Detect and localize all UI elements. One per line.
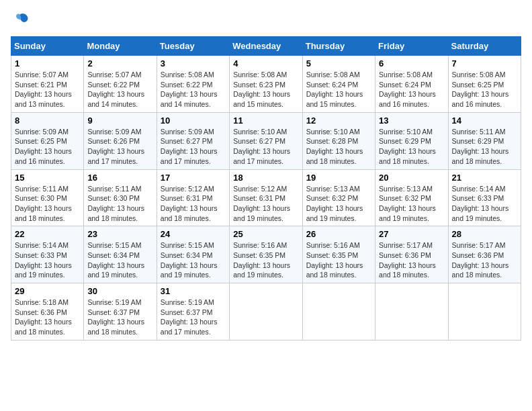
calendar-day-cell: 21Sunrise: 5:14 AMSunset: 6:33 PMDayligh… — [448, 169, 521, 226]
day-info: Sunrise: 5:11 AMSunset: 6:30 PMDaylight:… — [87, 184, 152, 224]
day-number: 11 — [233, 116, 298, 126]
calendar-day-cell: 11Sunrise: 5:10 AMSunset: 6:27 PMDayligh… — [230, 112, 302, 169]
day-number: 28 — [452, 229, 517, 239]
calendar-day-cell: 23Sunrise: 5:15 AMSunset: 6:34 PMDayligh… — [84, 226, 157, 283]
day-number: 2 — [87, 58, 152, 68]
day-number: 26 — [306, 229, 371, 239]
day-info: Sunrise: 5:11 AMSunset: 6:30 PMDaylight:… — [15, 184, 80, 224]
day-number: 27 — [379, 229, 444, 239]
day-number: 25 — [233, 229, 298, 239]
calendar-day-cell: 27Sunrise: 5:17 AMSunset: 6:36 PMDayligh… — [375, 226, 448, 283]
calendar-day-cell: 22Sunrise: 5:14 AMSunset: 6:33 PMDayligh… — [11, 226, 84, 283]
day-number: 21 — [452, 173, 517, 183]
day-info: Sunrise: 5:08 AMSunset: 6:24 PMDaylight:… — [379, 70, 444, 109]
calendar-day-cell: 8Sunrise: 5:09 AMSunset: 6:25 PMDaylight… — [11, 112, 84, 169]
calendar-day-cell: 17Sunrise: 5:12 AMSunset: 6:31 PMDayligh… — [157, 169, 229, 226]
day-number: 8 — [15, 116, 80, 126]
calendar-table: SundayMondayTuesdayWednesdayThursdayFrid… — [11, 36, 521, 340]
day-number: 24 — [161, 229, 226, 239]
calendar-week-row: 15Sunrise: 5:11 AMSunset: 6:30 PMDayligh… — [11, 169, 521, 226]
day-number: 6 — [379, 58, 444, 68]
day-number: 19 — [306, 173, 371, 183]
day-number: 23 — [87, 229, 152, 239]
weekday-header: Friday — [375, 37, 448, 56]
day-number: 17 — [161, 173, 226, 183]
calendar-week-row: 1Sunrise: 5:07 AMSunset: 6:21 PMDaylight… — [11, 56, 521, 113]
calendar-day-cell: 4Sunrise: 5:08 AMSunset: 6:23 PMDaylight… — [230, 56, 302, 113]
day-info: Sunrise: 5:18 AMSunset: 6:36 PMDaylight:… — [15, 298, 80, 337]
calendar-day-cell: 13Sunrise: 5:10 AMSunset: 6:29 PMDayligh… — [375, 112, 448, 169]
calendar-day-cell — [448, 283, 521, 340]
calendar-day-cell: 9Sunrise: 5:09 AMSunset: 6:26 PMDaylight… — [84, 112, 157, 169]
calendar-week-row: 22Sunrise: 5:14 AMSunset: 6:33 PMDayligh… — [11, 226, 521, 283]
calendar-day-cell: 6Sunrise: 5:08 AMSunset: 6:24 PMDaylight… — [375, 56, 448, 113]
day-info: Sunrise: 5:17 AMSunset: 6:36 PMDaylight:… — [452, 240, 517, 280]
day-info: Sunrise: 5:08 AMSunset: 6:25 PMDaylight:… — [452, 70, 517, 109]
calendar-day-cell: 14Sunrise: 5:11 AMSunset: 6:29 PMDayligh… — [448, 112, 521, 169]
day-info: Sunrise: 5:14 AMSunset: 6:33 PMDaylight:… — [452, 184, 517, 224]
day-number: 31 — [161, 286, 226, 296]
day-info: Sunrise: 5:07 AMSunset: 6:21 PMDaylight:… — [15, 70, 80, 109]
calendar-day-cell: 25Sunrise: 5:16 AMSunset: 6:35 PMDayligh… — [230, 226, 302, 283]
day-number: 29 — [15, 286, 80, 296]
day-number: 14 — [452, 116, 517, 126]
day-info: Sunrise: 5:14 AMSunset: 6:33 PMDaylight:… — [15, 240, 80, 280]
calendar-day-cell: 28Sunrise: 5:17 AMSunset: 6:36 PMDayligh… — [448, 226, 521, 283]
calendar-day-cell: 2Sunrise: 5:07 AMSunset: 6:22 PMDaylight… — [84, 56, 157, 113]
day-info: Sunrise: 5:07 AMSunset: 6:22 PMDaylight:… — [87, 70, 152, 109]
day-info: Sunrise: 5:12 AMSunset: 6:31 PMDaylight:… — [161, 184, 226, 224]
calendar-day-cell — [302, 283, 375, 340]
day-info: Sunrise: 5:10 AMSunset: 6:28 PMDaylight:… — [306, 127, 371, 167]
day-info: Sunrise: 5:17 AMSunset: 6:36 PMDaylight:… — [379, 240, 444, 280]
calendar-day-cell: 19Sunrise: 5:13 AMSunset: 6:32 PMDayligh… — [302, 169, 375, 226]
day-number: 30 — [87, 286, 152, 296]
weekday-header: Tuesday — [157, 37, 229, 56]
day-number: 20 — [379, 173, 444, 183]
weekday-header: Saturday — [448, 37, 521, 56]
day-number: 4 — [233, 58, 298, 68]
calendar-day-cell: 31Sunrise: 5:19 AMSunset: 6:37 PMDayligh… — [157, 283, 229, 340]
calendar-week-row: 29Sunrise: 5:18 AMSunset: 6:36 PMDayligh… — [11, 283, 521, 340]
day-number: 7 — [452, 58, 517, 68]
day-info: Sunrise: 5:12 AMSunset: 6:31 PMDaylight:… — [233, 184, 298, 224]
day-info: Sunrise: 5:16 AMSunset: 6:35 PMDaylight:… — [233, 240, 298, 280]
calendar-day-cell: 15Sunrise: 5:11 AMSunset: 6:30 PMDayligh… — [11, 169, 84, 226]
day-number: 10 — [161, 116, 226, 126]
logo-bird-icon — [11, 11, 30, 30]
calendar-week-row: 8Sunrise: 5:09 AMSunset: 6:25 PMDaylight… — [11, 112, 521, 169]
calendar-day-cell: 26Sunrise: 5:16 AMSunset: 6:35 PMDayligh… — [302, 226, 375, 283]
day-info: Sunrise: 5:19 AMSunset: 6:37 PMDaylight:… — [161, 298, 226, 337]
calendar-day-cell: 7Sunrise: 5:08 AMSunset: 6:25 PMDaylight… — [448, 56, 521, 113]
calendar-day-cell: 12Sunrise: 5:10 AMSunset: 6:28 PMDayligh… — [302, 112, 375, 169]
day-info: Sunrise: 5:08 AMSunset: 6:23 PMDaylight:… — [233, 70, 298, 109]
day-number: 13 — [379, 116, 444, 126]
day-number: 12 — [306, 116, 371, 126]
day-number: 15 — [15, 173, 80, 183]
day-info: Sunrise: 5:10 AMSunset: 6:29 PMDaylight:… — [379, 127, 444, 167]
weekday-header: Sunday — [11, 37, 84, 56]
day-info: Sunrise: 5:08 AMSunset: 6:22 PMDaylight:… — [161, 70, 226, 109]
day-number: 16 — [87, 173, 152, 183]
day-info: Sunrise: 5:10 AMSunset: 6:27 PMDaylight:… — [233, 127, 298, 167]
day-number: 9 — [87, 116, 152, 126]
calendar-day-cell: 18Sunrise: 5:12 AMSunset: 6:31 PMDayligh… — [230, 169, 302, 226]
day-info: Sunrise: 5:13 AMSunset: 6:32 PMDaylight:… — [306, 184, 371, 224]
calendar-day-cell — [375, 283, 448, 340]
calendar-day-cell: 1Sunrise: 5:07 AMSunset: 6:21 PMDaylight… — [11, 56, 84, 113]
weekday-header: Monday — [84, 37, 157, 56]
weekday-header: Thursday — [302, 37, 375, 56]
day-info: Sunrise: 5:19 AMSunset: 6:37 PMDaylight:… — [87, 298, 152, 337]
calendar-day-cell: 24Sunrise: 5:15 AMSunset: 6:34 PMDayligh… — [157, 226, 229, 283]
day-info: Sunrise: 5:09 AMSunset: 6:25 PMDaylight:… — [15, 127, 80, 167]
day-info: Sunrise: 5:15 AMSunset: 6:34 PMDaylight:… — [87, 240, 152, 280]
day-number: 3 — [161, 58, 226, 68]
calendar-header-row: SundayMondayTuesdayWednesdayThursdayFrid… — [11, 37, 521, 56]
day-info: Sunrise: 5:11 AMSunset: 6:29 PMDaylight:… — [452, 127, 517, 167]
calendar-day-cell: 29Sunrise: 5:18 AMSunset: 6:36 PMDayligh… — [11, 283, 84, 340]
day-info: Sunrise: 5:16 AMSunset: 6:35 PMDaylight:… — [306, 240, 371, 280]
calendar-day-cell: 20Sunrise: 5:13 AMSunset: 6:32 PMDayligh… — [375, 169, 448, 226]
day-info: Sunrise: 5:09 AMSunset: 6:26 PMDaylight:… — [87, 127, 152, 167]
day-info: Sunrise: 5:15 AMSunset: 6:34 PMDaylight:… — [161, 240, 226, 280]
day-info: Sunrise: 5:09 AMSunset: 6:27 PMDaylight:… — [161, 127, 226, 167]
calendar-day-cell — [230, 283, 302, 340]
